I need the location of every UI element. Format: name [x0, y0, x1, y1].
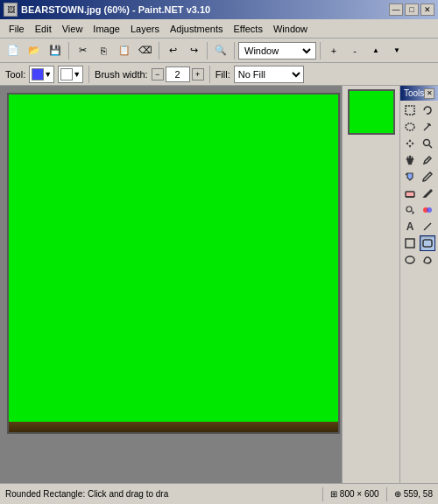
- menu-window[interactable]: Window: [268, 20, 313, 38]
- menu-edit[interactable]: Edit: [30, 20, 57, 38]
- menu-adjustments[interactable]: Adjustments: [165, 20, 229, 38]
- arrow-up-button[interactable]: ▲: [366, 41, 385, 60]
- move-tool[interactable]: [402, 136, 418, 151]
- recolor-tool[interactable]: [420, 202, 435, 218]
- tools-close-button[interactable]: ✕: [424, 88, 434, 99]
- svg-line-11: [429, 145, 432, 148]
- paint-bucket-tool[interactable]: [402, 169, 418, 185]
- svg-marker-9: [412, 143, 414, 145]
- svg-point-23: [406, 256, 414, 263]
- save-button[interactable]: 💾: [46, 41, 65, 60]
- redo-button[interactable]: ↪: [184, 41, 203, 60]
- paste-button[interactable]: 📋: [115, 41, 134, 60]
- thumbnail-panel: [342, 86, 399, 483]
- main-area: Tools ✕: [0, 86, 438, 483]
- new-button[interactable]: 📄: [4, 41, 23, 60]
- svg-marker-7: [409, 145, 412, 148]
- clone-stamp-tool[interactable]: [402, 202, 418, 218]
- arrow-down-button[interactable]: ▼: [387, 41, 406, 60]
- tools-title-label: Tools: [404, 88, 424, 98]
- status-text: Rounded Rectangle: Click and drag to dra: [5, 489, 315, 499]
- window-dropdown[interactable]: Window Screen Fit to Screen: [238, 42, 316, 60]
- status-sep-1: [322, 487, 323, 501]
- window-select[interactable]: Window Screen Fit to Screen: [241, 45, 314, 57]
- size-value: 800 × 600: [340, 489, 379, 499]
- secondary-toolbar: Tool: ▼ ▼ Brush width: − + Fill: No Fill…: [0, 63, 438, 86]
- svg-point-19: [427, 207, 432, 213]
- svg-line-20: [424, 223, 431, 230]
- coords-icon: ⊕: [394, 489, 401, 499]
- svg-rect-21: [406, 239, 414, 248]
- menu-view[interactable]: View: [57, 20, 88, 38]
- size-icon: ⊞: [330, 489, 337, 499]
- eyedropper-tool[interactable]: [420, 152, 435, 168]
- shapes-tool[interactable]: [402, 235, 418, 251]
- freeform-shape-tool[interactable]: [420, 252, 435, 268]
- tools-panel-title: Tools ✕: [400, 86, 438, 101]
- svg-rect-22: [423, 240, 432, 247]
- svg-marker-6: [409, 139, 412, 142]
- maximize-button[interactable]: □: [405, 4, 419, 16]
- magic-wand-tool[interactable]: [420, 119, 435, 135]
- text-tool[interactable]: A: [402, 219, 418, 234]
- pan-tool[interactable]: [402, 152, 418, 168]
- svg-point-10: [424, 140, 430, 146]
- canvas-thumbnail: [348, 89, 395, 135]
- brush-width-input[interactable]: [166, 66, 190, 82]
- menu-bar: File Edit View Image Layers Adjustments …: [0, 19, 438, 38]
- coords-indicator: ⊕ 559, 58: [394, 489, 433, 499]
- svg-line-12: [427, 158, 428, 159]
- lasso-select-tool[interactable]: [420, 102, 435, 118]
- undo-button[interactable]: ↩: [163, 41, 182, 60]
- secondary-color-swatch[interactable]: [60, 68, 73, 80]
- secondary-sep-2: [209, 66, 210, 83]
- menu-layers[interactable]: Layers: [125, 20, 165, 38]
- rectangle-select-tool[interactable]: [402, 102, 418, 118]
- open-button[interactable]: 📂: [25, 41, 44, 60]
- tools-panel: Tools ✕: [399, 86, 438, 483]
- width-decrease-button[interactable]: −: [152, 68, 164, 80]
- primary-color-swatch[interactable]: [32, 68, 44, 80]
- menu-effects[interactable]: Effects: [229, 20, 268, 38]
- toolbar-sep-1: [68, 42, 69, 60]
- pencil-tool[interactable]: [420, 186, 435, 201]
- rounded-rect-tool[interactable]: [420, 235, 435, 251]
- size-indicator: ⊞ 800 × 600: [330, 489, 379, 499]
- cut-button[interactable]: ✂: [73, 41, 92, 60]
- toolbar-sep-3: [207, 42, 208, 60]
- brush-width-label: Brush width:: [95, 69, 148, 80]
- app-icon: 🖼: [4, 3, 18, 17]
- primary-color-button[interactable]: ▼: [29, 66, 54, 83]
- ellipse-tool[interactable]: [402, 252, 418, 268]
- ellipse-select-tool[interactable]: [402, 119, 418, 135]
- fill-label: Fill:: [215, 69, 230, 80]
- status-sep-2: [386, 487, 387, 501]
- main-canvas[interactable]: [7, 93, 340, 434]
- copy-button[interactable]: ⎘: [94, 41, 113, 60]
- canvas-bottom-strip: [9, 422, 338, 432]
- coords-value: 559, 58: [404, 489, 433, 499]
- eraser-tool[interactable]: [402, 186, 418, 201]
- canvas-area[interactable]: [0, 86, 342, 483]
- fill-select[interactable]: No Fill Solid Gradient: [234, 66, 304, 83]
- secondary-sep-1: [88, 66, 89, 83]
- brush-tool[interactable]: [420, 169, 435, 185]
- minimize-button[interactable]: —: [389, 4, 403, 16]
- svg-point-17: [406, 206, 412, 212]
- delete-button[interactable]: ⌫: [136, 41, 155, 60]
- main-toolbar: 📄 📂 💾 ✂ ⎘ 📋 ⌫ ↩ ↪ 🔍 Window Screen Fit to…: [0, 38, 438, 63]
- menu-image[interactable]: Image: [88, 20, 125, 38]
- zoom-button[interactable]: 🔍: [211, 41, 230, 60]
- line-tool[interactable]: [420, 219, 435, 234]
- zoom-in-button[interactable]: +: [324, 41, 343, 60]
- zoom-tool[interactable]: [420, 136, 435, 151]
- brush-width-control: − +: [152, 66, 204, 82]
- width-increase-button[interactable]: +: [192, 68, 204, 80]
- window-title: BEARSTOWN.jpg (60%) - Paint.NET v3.10: [21, 4, 210, 15]
- secondary-color-button[interactable]: ▼: [58, 66, 83, 83]
- menu-file[interactable]: File: [4, 20, 30, 38]
- close-button[interactable]: ✕: [420, 4, 434, 16]
- zoom-out-button[interactable]: -: [345, 41, 364, 60]
- title-bar: 🖼 BEARSTOWN.jpg (60%) - Paint.NET v3.10 …: [0, 0, 438, 19]
- toolbar-sep-2: [159, 42, 159, 60]
